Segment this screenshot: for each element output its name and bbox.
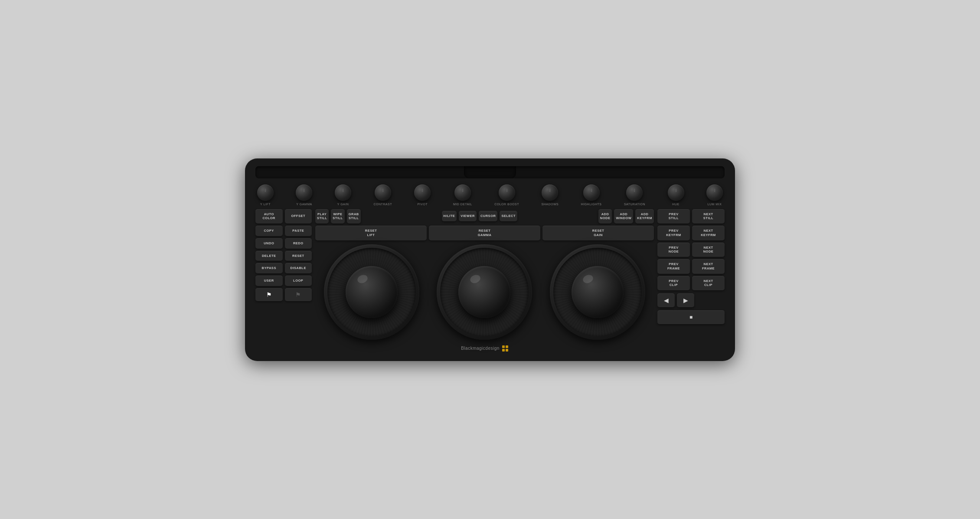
knob-hue[interactable] — [668, 184, 684, 201]
knob-group-contrast: CONTRAST — [373, 184, 392, 206]
knob-contrast[interactable] — [375, 184, 391, 201]
knob-label-shadows: SHADOWS — [542, 203, 559, 206]
brand-icon-row1 — [502, 345, 508, 348]
next-clip-button[interactable]: NEXT CLIP — [692, 276, 725, 291]
reset-button[interactable]: RESET — [285, 251, 312, 261]
add-window-button[interactable]: ADD WINDOW — [614, 209, 633, 224]
brand-logo: Blackmagicdesign — [315, 345, 654, 351]
btn-row-autocolor: AUTO COLOR OFFSET — [255, 209, 312, 224]
knob-group-y-lift: Y LIFT — [257, 184, 274, 206]
brand-dot-3 — [502, 349, 505, 351]
knob-saturation[interactable] — [626, 184, 643, 201]
trackball-gain-outer[interactable] — [550, 244, 645, 340]
delete-button[interactable]: DELETE — [255, 251, 283, 261]
knob-label-lum-mix: LUM MIX — [708, 203, 722, 206]
disable-button[interactable]: DISABLE — [285, 263, 312, 273]
knob-pivot[interactable] — [414, 184, 431, 201]
blackmagic-panel: Y LIFTY GAMMAY GAINCONTRASTPIVOTMID DETA… — [245, 158, 735, 361]
trackball-gain-ball[interactable] — [572, 266, 624, 318]
next-frame-button[interactable]: NEXT FRAME — [692, 259, 725, 274]
center-column: PLAY STILL WIPE STILL GRAB STILL H/LITE … — [315, 209, 654, 351]
knob-group-y-gamma: Y GAMMA — [296, 184, 312, 206]
trackballs-row — [315, 244, 654, 340]
knob-label-y-gamma: Y GAMMA — [296, 203, 312, 206]
brand-icon-row2 — [502, 349, 508, 351]
prev-frame-button[interactable]: PREV FRAME — [657, 259, 690, 274]
reset-gain-button[interactable]: RESET GAIN — [542, 226, 654, 240]
knob-label-highlights: HIGHLIGHTS — [581, 203, 602, 206]
next-node-button[interactable]: NEXT NODE — [692, 243, 725, 257]
trackball-lift[interactable] — [324, 244, 419, 340]
select-button[interactable]: SELECT — [500, 211, 517, 221]
knob-label-color-boost: COLOR BOOST — [494, 203, 519, 206]
next-still-button[interactable]: NEXT STILL — [692, 209, 725, 224]
brand-dot-4 — [506, 349, 508, 351]
user-button[interactable]: USER — [255, 276, 283, 286]
auto-color-button[interactable]: AUTO COLOR — [255, 209, 283, 224]
grab-still-button[interactable]: GRAB STILL — [347, 209, 361, 224]
left-column: AUTO COLOR OFFSET COPY PASTE UNDO REDO D… — [255, 209, 312, 351]
cursor-button[interactable]: CURSOR — [479, 211, 498, 221]
knob-group-mid-detail: MID DETAIL — [453, 184, 472, 206]
node-buttons-group: ADD NODE ADD WINDOW ADD KEYFRM — [598, 209, 654, 224]
knobs-row: Y LIFTY GAMMAY GAINCONTRASTPIVOTMID DETA… — [255, 184, 725, 206]
knob-color-boost[interactable] — [499, 184, 515, 201]
knob-group-highlights: HIGHLIGHTS — [581, 184, 602, 206]
play-button[interactable]: ▶ — [677, 293, 694, 307]
trackball-gamma-ball[interactable] — [458, 266, 510, 318]
next-keyfrm-button[interactable]: NEXT KEYFRM — [692, 226, 725, 240]
knob-y-gamma[interactable] — [296, 184, 312, 201]
reset-buttons-row: RESET LIFT RESET GAMMA RESET GAIN — [315, 226, 654, 240]
knob-group-y-gain: Y GAIN — [335, 184, 351, 206]
btn-row-delete: DELETE RESET — [255, 251, 312, 261]
center-top-row: PLAY STILL WIPE STILL GRAB STILL H/LITE … — [315, 209, 654, 224]
trackpad-notch — [464, 166, 516, 178]
prev-keyfrm-button[interactable]: PREV KEYFRM — [657, 226, 690, 240]
prev-clip-button[interactable]: PREV CLIP — [657, 276, 690, 291]
copy-button[interactable]: COPY — [255, 226, 283, 236]
reset-gamma-button[interactable]: RESET GAMMA — [429, 226, 540, 240]
knob-highlights[interactable] — [583, 184, 600, 201]
h-lite-button[interactable]: H/LITE — [442, 211, 457, 221]
knob-label-y-lift: Y LIFT — [260, 203, 271, 206]
knob-label-hue: HUE — [672, 203, 679, 206]
flag-white-button[interactable]: ⚑ — [255, 288, 283, 301]
prev-node-button[interactable]: PREV NODE — [657, 243, 690, 257]
trackball-gain[interactable] — [550, 244, 645, 340]
prev-still-button[interactable]: PREV STILL — [657, 209, 690, 224]
knob-shadows[interactable] — [542, 184, 558, 201]
btn-row-bypass: BYPASS DISABLE — [255, 263, 312, 273]
paste-button[interactable]: PASTE — [285, 226, 312, 236]
knob-lum-mix[interactable] — [706, 184, 723, 201]
bypass-button[interactable]: BYPASS — [255, 263, 283, 273]
trackball-gamma[interactable] — [437, 244, 532, 340]
trackball-lift-ball[interactable] — [346, 266, 398, 318]
stop-button[interactable]: ■ — [657, 310, 725, 324]
knob-y-gain[interactable] — [335, 184, 351, 201]
btn-row-flags: ⚑ ⚑ — [255, 288, 312, 301]
loop-button[interactable]: LOOP — [285, 276, 312, 286]
trackball-lift-outer[interactable] — [324, 244, 419, 340]
rewind-button[interactable]: ◀ — [657, 293, 675, 307]
play-still-button[interactable]: PLAY STILL — [315, 209, 329, 224]
flag-dark-button[interactable]: ⚑ — [285, 288, 312, 301]
knob-y-lift[interactable] — [257, 184, 274, 201]
right-row-1: PREV STILL NEXT STILL — [657, 209, 725, 224]
btn-row-copy: COPY PASTE — [255, 226, 312, 236]
reset-lift-button[interactable]: RESET LIFT — [315, 226, 427, 240]
redo-button[interactable]: REDO — [285, 238, 312, 249]
undo-button[interactable]: UNDO — [255, 238, 283, 249]
add-node-button[interactable]: ADD NODE — [598, 209, 612, 224]
knob-group-pivot: PIVOT — [414, 184, 431, 206]
viewer-button[interactable]: VIEWER — [459, 211, 477, 221]
trackball-gamma-outer[interactable] — [437, 244, 532, 340]
brand-text: Blackmagicdesign — [461, 346, 500, 351]
right-row-5: PREV CLIP NEXT CLIP — [657, 276, 725, 291]
wipe-still-button[interactable]: WIPE STILL — [331, 209, 344, 224]
knob-mid-detail[interactable] — [454, 184, 471, 201]
trackpad-strip[interactable] — [255, 166, 725, 178]
add-keyfrm-button[interactable]: ADD KEYFRM — [635, 209, 654, 224]
offset-button[interactable]: OFFSET — [285, 209, 312, 224]
brand-dot-1 — [502, 345, 505, 348]
stop-row: ■ — [657, 310, 725, 324]
